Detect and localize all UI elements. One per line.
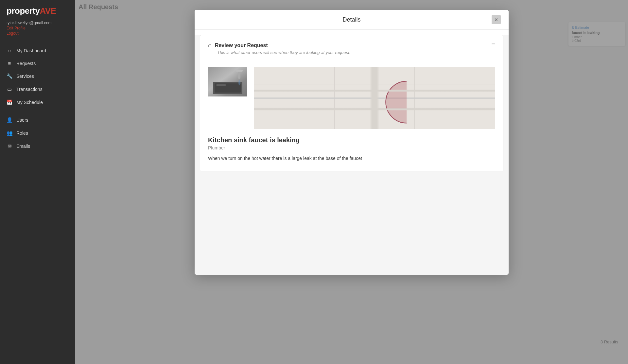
close-icon: ✕ xyxy=(494,17,498,22)
logo-accent: AVE xyxy=(40,6,56,16)
app-logo: propertyAVE xyxy=(0,0,75,19)
modal-overlay[interactable]: Details ✕ ⌂ Review your Request − xyxy=(75,0,628,364)
modal-title: Details xyxy=(212,16,492,23)
emails-icon: ✉ xyxy=(7,143,12,149)
map-col xyxy=(254,67,495,129)
request-title: Kitchen sink faucet is leaking xyxy=(208,136,495,144)
home-icon: ⌂ xyxy=(208,42,212,49)
sidebar-item-users[interactable]: 👤 Users xyxy=(0,113,75,127)
thumbnail-col xyxy=(208,67,247,96)
review-header-left: ⌂ Review your Request xyxy=(208,42,268,49)
minimize-button[interactable]: − xyxy=(491,41,495,47)
sidebar-item-label: Users xyxy=(16,117,28,123)
sidebar-item-schedule[interactable]: 📅 My Schedule xyxy=(0,96,75,109)
svg-point-15 xyxy=(386,81,427,123)
review-section: ⌂ Review your Request − This is what oth… xyxy=(200,35,503,171)
sidebar-nav: ○ My Dashboard ≡ Requests 🔧 Services ▭ T… xyxy=(0,41,75,364)
dashboard-icon: ○ xyxy=(7,48,12,53)
section-divider xyxy=(208,61,495,61)
modal-bottom-space xyxy=(195,177,509,275)
svg-rect-5 xyxy=(236,70,243,72)
modal-header: Details ✕ xyxy=(195,10,509,30)
sidebar-item-label: Transactions xyxy=(16,87,43,92)
sidebar-item-label: My Dashboard xyxy=(16,48,46,53)
request-category: Plumber xyxy=(208,145,495,150)
requests-icon: ≡ xyxy=(7,61,12,66)
user-info: tylor.llewellyn@gmail.com Edit Profile L… xyxy=(0,19,75,41)
sidebar-item-roles[interactable]: 👥 Roles xyxy=(0,127,75,140)
sidebar-item-dashboard[interactable]: ○ My Dashboard xyxy=(0,44,75,57)
sidebar: propertyAVE tylor.llewellyn@gmail.com Ed… xyxy=(0,0,75,364)
modal-body: ⌂ Review your Request − This is what oth… xyxy=(195,35,509,275)
roles-icon: 👥 xyxy=(7,130,12,136)
review-header: ⌂ Review your Request − xyxy=(208,42,495,49)
svg-point-6 xyxy=(238,80,240,85)
logout-link[interactable]: Logout xyxy=(7,31,69,36)
sidebar-item-services[interactable]: 🔧 Services xyxy=(0,70,75,83)
edit-profile-link[interactable]: Edit Profile xyxy=(7,26,69,30)
details-modal: Details ✕ ⌂ Review your Request − xyxy=(195,10,509,275)
review-subtitle: This is what other users will see when t… xyxy=(217,50,495,55)
content-row xyxy=(208,67,495,129)
users-icon: 👤 xyxy=(7,117,12,123)
review-section-title: Review your Request xyxy=(215,43,268,48)
request-details: Kitchen sink faucet is leaking Plumber W… xyxy=(208,136,495,162)
svg-rect-16 xyxy=(254,67,407,129)
svg-rect-8 xyxy=(254,67,495,129)
svg-rect-7 xyxy=(216,84,226,86)
user-email: tylor.llewellyn@gmail.com xyxy=(7,21,52,25)
request-thumbnail xyxy=(208,67,247,96)
sidebar-item-label: Roles xyxy=(16,130,28,136)
map-svg xyxy=(254,67,495,129)
modal-close-button[interactable]: ✕ xyxy=(492,15,501,24)
sidebar-item-label: Services xyxy=(16,74,34,79)
sidebar-item-requests[interactable]: ≡ Requests xyxy=(0,57,75,70)
sink-thumbnail-svg xyxy=(208,67,247,96)
sidebar-item-label: My Schedule xyxy=(16,100,43,105)
transactions-icon: ▭ xyxy=(7,86,12,92)
request-description: When we turn on the hot water there is a… xyxy=(208,155,495,162)
sidebar-item-label: Emails xyxy=(16,144,30,149)
services-icon: 🔧 xyxy=(7,73,12,79)
sidebar-item-transactions[interactable]: ▭ Transactions xyxy=(0,83,75,96)
sidebar-item-emails[interactable]: ✉ Emails xyxy=(0,140,75,153)
schedule-icon: 📅 xyxy=(7,99,12,105)
map-container xyxy=(254,67,495,129)
main-content: All Requests & Estimate faucet is leakin… xyxy=(75,0,628,364)
sidebar-item-label: Requests xyxy=(16,61,36,66)
